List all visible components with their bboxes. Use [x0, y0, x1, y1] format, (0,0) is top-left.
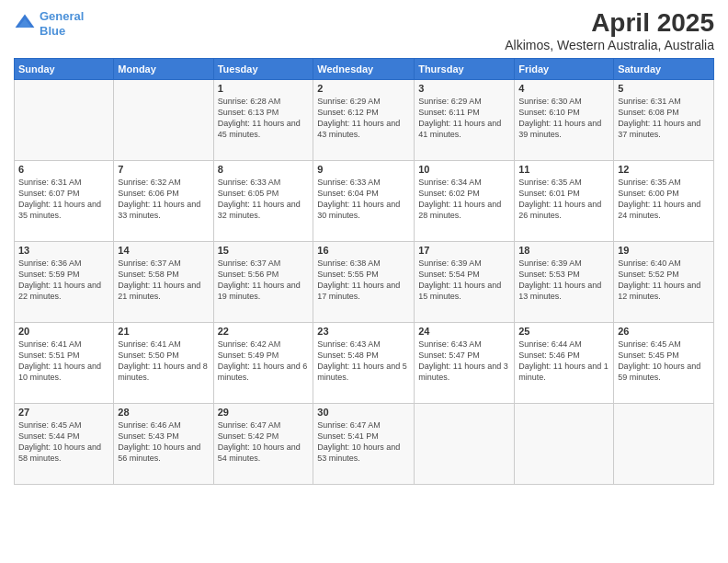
day-number: 27	[18, 407, 109, 418]
calendar-cell: 12Sunrise: 6:35 AM Sunset: 6:00 PM Dayli…	[614, 160, 714, 241]
day-number: 5	[618, 83, 710, 94]
day-detail: Sunrise: 6:47 AM Sunset: 5:42 PM Dayligh…	[218, 419, 310, 465]
day-detail: Sunrise: 6:37 AM Sunset: 5:56 PM Dayligh…	[218, 258, 310, 303]
day-number: 1	[218, 83, 310, 94]
calendar-cell: 27Sunrise: 6:45 AM Sunset: 5:44 PM Dayli…	[15, 403, 114, 484]
day-number: 2	[317, 83, 410, 94]
calendar-cell: 14Sunrise: 6:37 AM Sunset: 5:58 PM Dayli…	[114, 241, 213, 322]
day-detail: Sunrise: 6:44 AM Sunset: 5:46 PM Dayligh…	[518, 339, 609, 384]
day-detail: Sunrise: 6:28 AM Sunset: 6:13 PM Dayligh…	[218, 96, 310, 141]
day-number: 22	[218, 326, 310, 337]
calendar-cell: 30Sunrise: 6:47 AM Sunset: 5:41 PM Dayli…	[313, 403, 415, 484]
main-title: April 2025	[505, 9, 714, 38]
day-detail: Sunrise: 6:39 AM Sunset: 5:53 PM Dayligh…	[518, 258, 609, 303]
day-detail: Sunrise: 6:40 AM Sunset: 5:52 PM Dayligh…	[618, 258, 710, 303]
calendar-cell: 20Sunrise: 6:41 AM Sunset: 5:51 PM Dayli…	[15, 322, 114, 403]
calendar-cell	[415, 403, 515, 484]
day-number: 3	[418, 83, 510, 94]
logo-text: General Blue	[40, 9, 84, 38]
day-number: 21	[118, 326, 209, 337]
calendar-cell: 5Sunrise: 6:31 AM Sunset: 6:08 PM Daylig…	[614, 79, 714, 160]
day-number: 8	[218, 164, 310, 175]
col-sunday: Sunday	[15, 58, 114, 79]
calendar-week-1: 6Sunrise: 6:31 AM Sunset: 6:07 PM Daylig…	[15, 160, 714, 241]
day-detail: Sunrise: 6:37 AM Sunset: 5:58 PM Dayligh…	[118, 258, 209, 303]
calendar-cell: 9Sunrise: 6:33 AM Sunset: 6:04 PM Daylig…	[313, 160, 415, 241]
col-monday: Monday	[114, 58, 213, 79]
subtitle: Alkimos, Western Australia, Australia	[505, 38, 714, 52]
calendar-cell: 18Sunrise: 6:39 AM Sunset: 5:53 PM Dayli…	[515, 241, 614, 322]
day-detail: Sunrise: 6:35 AM Sunset: 6:01 PM Dayligh…	[518, 177, 609, 222]
col-thursday: Thursday	[415, 58, 515, 79]
calendar-cell	[614, 403, 714, 484]
calendar-cell	[114, 79, 213, 160]
calendar-cell: 2Sunrise: 6:29 AM Sunset: 6:12 PM Daylig…	[313, 79, 415, 160]
calendar-cell: 21Sunrise: 6:41 AM Sunset: 5:50 PM Dayli…	[114, 322, 213, 403]
day-number: 12	[618, 164, 710, 175]
calendar-cell: 19Sunrise: 6:40 AM Sunset: 5:52 PM Dayli…	[614, 241, 714, 322]
logo-icon	[14, 13, 36, 35]
col-saturday: Saturday	[614, 58, 714, 79]
calendar-cell: 23Sunrise: 6:43 AM Sunset: 5:48 PM Dayli…	[313, 322, 415, 403]
calendar-cell: 22Sunrise: 6:42 AM Sunset: 5:49 PM Dayli…	[213, 322, 313, 403]
calendar-table: Sunday Monday Tuesday Wednesday Thursday…	[14, 58, 714, 485]
day-number: 28	[118, 407, 209, 418]
day-number: 6	[18, 164, 109, 175]
col-wednesday: Wednesday	[313, 58, 415, 79]
day-detail: Sunrise: 6:33 AM Sunset: 6:04 PM Dayligh…	[317, 177, 410, 222]
day-detail: Sunrise: 6:35 AM Sunset: 6:00 PM Dayligh…	[618, 177, 710, 222]
day-number: 11	[518, 164, 609, 175]
day-detail: Sunrise: 6:45 AM Sunset: 5:44 PM Dayligh…	[18, 419, 109, 465]
calendar-cell: 7Sunrise: 6:32 AM Sunset: 6:06 PM Daylig…	[114, 160, 213, 241]
day-detail: Sunrise: 6:29 AM Sunset: 6:12 PM Dayligh…	[317, 96, 410, 141]
day-number: 15	[218, 245, 310, 256]
day-detail: Sunrise: 6:34 AM Sunset: 6:02 PM Dayligh…	[418, 177, 510, 222]
calendar-cell: 6Sunrise: 6:31 AM Sunset: 6:07 PM Daylig…	[15, 160, 114, 241]
calendar-week-3: 20Sunrise: 6:41 AM Sunset: 5:51 PM Dayli…	[15, 322, 714, 403]
day-number: 17	[418, 245, 510, 256]
day-detail: Sunrise: 6:46 AM Sunset: 5:43 PM Dayligh…	[118, 419, 209, 465]
day-detail: Sunrise: 6:38 AM Sunset: 5:55 PM Dayligh…	[317, 258, 410, 303]
calendar-cell: 1Sunrise: 6:28 AM Sunset: 6:13 PM Daylig…	[213, 79, 313, 160]
calendar-cell: 26Sunrise: 6:45 AM Sunset: 5:45 PM Dayli…	[614, 322, 714, 403]
day-number: 7	[118, 164, 209, 175]
day-number: 25	[518, 326, 609, 337]
day-number: 9	[317, 164, 410, 175]
calendar-cell: 16Sunrise: 6:38 AM Sunset: 5:55 PM Dayli…	[313, 241, 415, 322]
day-detail: Sunrise: 6:45 AM Sunset: 5:45 PM Dayligh…	[618, 339, 710, 384]
day-detail: Sunrise: 6:43 AM Sunset: 5:47 PM Dayligh…	[418, 339, 510, 384]
calendar-week-4: 27Sunrise: 6:45 AM Sunset: 5:44 PM Dayli…	[15, 403, 714, 484]
day-detail: Sunrise: 6:33 AM Sunset: 6:05 PM Dayligh…	[218, 177, 310, 222]
calendar-header: Sunday Monday Tuesday Wednesday Thursday…	[15, 58, 714, 79]
day-number: 20	[18, 326, 109, 337]
logo: General Blue	[14, 9, 84, 38]
day-detail: Sunrise: 6:42 AM Sunset: 5:49 PM Dayligh…	[218, 339, 310, 384]
title-block: April 2025 Alkimos, Western Australia, A…	[505, 9, 714, 52]
day-detail: Sunrise: 6:41 AM Sunset: 5:51 PM Dayligh…	[18, 339, 109, 384]
day-detail: Sunrise: 6:47 AM Sunset: 5:41 PM Dayligh…	[317, 419, 410, 465]
calendar-cell: 11Sunrise: 6:35 AM Sunset: 6:01 PM Dayli…	[515, 160, 614, 241]
col-friday: Friday	[515, 58, 614, 79]
calendar-cell: 3Sunrise: 6:29 AM Sunset: 6:11 PM Daylig…	[415, 79, 515, 160]
day-detail: Sunrise: 6:39 AM Sunset: 5:54 PM Dayligh…	[418, 258, 510, 303]
day-detail: Sunrise: 6:32 AM Sunset: 6:06 PM Dayligh…	[118, 177, 209, 222]
day-number: 14	[118, 245, 209, 256]
day-detail: Sunrise: 6:43 AM Sunset: 5:48 PM Dayligh…	[317, 339, 410, 384]
page: General Blue April 2025 Alkimos, Western…	[0, 0, 728, 563]
calendar-body: 1Sunrise: 6:28 AM Sunset: 6:13 PM Daylig…	[15, 79, 714, 484]
calendar-cell	[15, 79, 114, 160]
col-tuesday: Tuesday	[213, 58, 313, 79]
calendar-cell: 10Sunrise: 6:34 AM Sunset: 6:02 PM Dayli…	[415, 160, 515, 241]
calendar-cell: 25Sunrise: 6:44 AM Sunset: 5:46 PM Dayli…	[515, 322, 614, 403]
day-number: 4	[518, 83, 609, 94]
day-number: 30	[317, 407, 410, 418]
day-detail: Sunrise: 6:31 AM Sunset: 6:07 PM Dayligh…	[18, 177, 109, 222]
calendar-cell: 13Sunrise: 6:36 AM Sunset: 5:59 PM Dayli…	[15, 241, 114, 322]
calendar-cell: 15Sunrise: 6:37 AM Sunset: 5:56 PM Dayli…	[213, 241, 313, 322]
day-detail: Sunrise: 6:31 AM Sunset: 6:08 PM Dayligh…	[618, 96, 710, 141]
day-number: 26	[618, 326, 710, 337]
day-number: 13	[18, 245, 109, 256]
calendar-week-0: 1Sunrise: 6:28 AM Sunset: 6:13 PM Daylig…	[15, 79, 714, 160]
calendar-cell: 24Sunrise: 6:43 AM Sunset: 5:47 PM Dayli…	[415, 322, 515, 403]
day-number: 29	[218, 407, 310, 418]
